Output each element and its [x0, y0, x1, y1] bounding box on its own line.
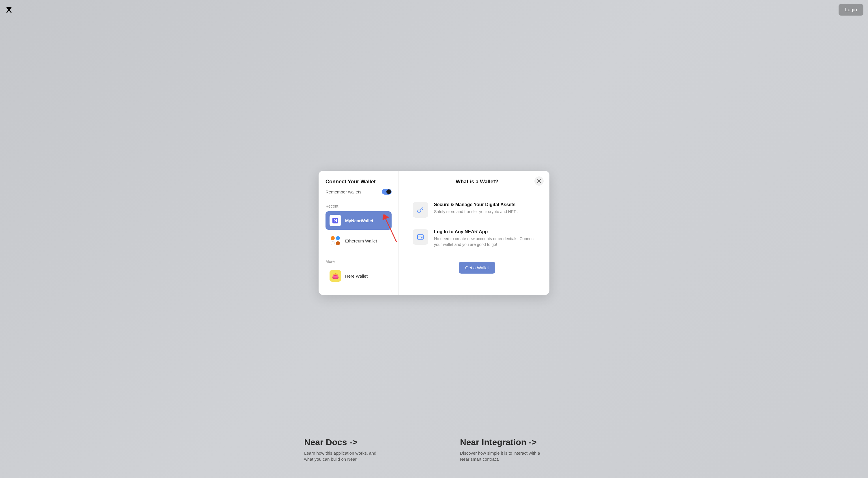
wallet-name-label: MyNearWallet [345, 218, 373, 223]
what-is-wallet-title: What is a Wallet? [413, 179, 541, 185]
card-desc: Learn how this application works, and wh… [304, 450, 385, 462]
remember-wallets-row: Remember wallets [326, 189, 392, 195]
wallet-name-label: Here Wallet [345, 273, 368, 278]
get-wallet-button[interactable]: Get a Wallet [459, 262, 495, 274]
feature-title: Secure & Manage Your Digital Assets [434, 202, 541, 207]
wallet-item-ethereum[interactable]: Ethereum Wallet [326, 232, 392, 250]
remember-label: Remember wallets [326, 189, 361, 194]
remember-toggle[interactable] [382, 189, 392, 195]
key-icon [413, 202, 428, 218]
wallet-name-label: Ethereum Wallet [345, 238, 377, 243]
svg-point-1 [417, 210, 421, 213]
connect-wallet-modal: Connect Your Wallet Remember wallets Rec… [318, 171, 550, 295]
wallet-item-mynearwallet[interactable]: MyNearWallet [326, 211, 392, 230]
here-wallet-icon: 👛 [330, 270, 341, 282]
card-title: Near Docs -> [304, 437, 408, 447]
ethereum-wallet-icon [330, 235, 341, 246]
feature-title: Log In to Any NEAR App [434, 229, 541, 234]
modal-right-panel: What is a Wallet? Secure & Manage Your D… [399, 171, 550, 295]
card-title: Near Integration -> [460, 437, 564, 447]
svg-rect-4 [421, 237, 423, 238]
recent-section-label: Recent [326, 204, 392, 208]
mynearwallet-icon [330, 215, 341, 226]
modal-left-panel: Connect Your Wallet Remember wallets Rec… [318, 171, 399, 295]
toggle-handle [386, 190, 391, 194]
login-button[interactable]: Login [839, 4, 863, 15]
feature-secure: Secure & Manage Your Digital Assets Safe… [413, 202, 541, 218]
card-desc: Discover how simple it is to interact wi… [460, 450, 541, 462]
feature-desc: Safely store and transfer your crypto an… [434, 209, 541, 215]
header: Login [0, 0, 868, 20]
near-logo-icon [5, 5, 13, 14]
svg-rect-2 [417, 235, 423, 239]
near-integration-card[interactable]: Near Integration -> Discover how simple … [460, 437, 564, 462]
connect-title: Connect Your Wallet [326, 179, 392, 185]
close-icon [537, 179, 541, 183]
cards-row: Near Docs -> Learn how this application … [304, 437, 564, 462]
wallet-item-here[interactable]: 👛 Here Wallet [326, 267, 392, 285]
feature-login: Log In to Any NEAR App No need to create… [413, 229, 541, 247]
close-button[interactable] [534, 176, 544, 186]
near-docs-card[interactable]: Near Docs -> Learn how this application … [304, 437, 408, 462]
feature-desc: No need to create new accounts or creden… [434, 236, 541, 247]
more-section-label: More [326, 259, 392, 264]
app-window-icon [413, 229, 428, 245]
